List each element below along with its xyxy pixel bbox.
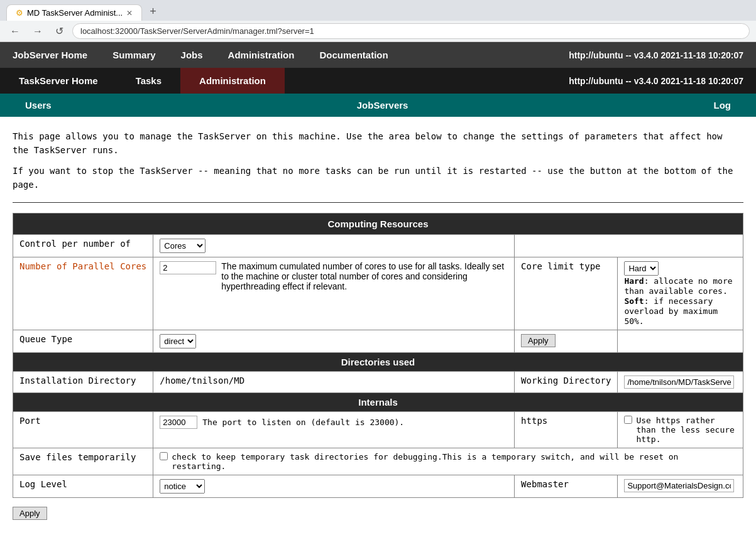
bottom-apply-button[interactable]: Apply bbox=[13, 507, 47, 520]
control-row: Control per number of Cores Memory bbox=[13, 234, 743, 257]
nav-jobs[interactable]: Jobs bbox=[168, 42, 216, 68]
internals-header: Internals bbox=[13, 392, 743, 411]
core-limit-soft-desc: Soft: if necessary overload by maximum 5… bbox=[624, 296, 718, 326]
core-limit-select[interactable]: Hard Soft bbox=[624, 261, 659, 276]
computing-resources-header-row: Computing Resources bbox=[13, 213, 743, 234]
tab-title: MD TaskServer Administ... bbox=[27, 8, 123, 18]
section-divider bbox=[13, 202, 743, 203]
save-files-checkbox[interactable] bbox=[160, 452, 168, 460]
webmaster-cell bbox=[618, 475, 743, 497]
webmaster-input[interactable] bbox=[624, 479, 734, 492]
port-row: Port The port to listen on (default is 2… bbox=[13, 411, 743, 448]
bottom-apply-section: Apply bbox=[13, 507, 743, 520]
nav-top-server-info: http://ubuntu -- v3.4.0 2021-11-18 10:20… bbox=[556, 43, 756, 68]
nav-jobserver-home[interactable]: JobServer Home bbox=[0, 42, 100, 68]
core-limit-hard-desc: Hard: allocate no more than available co… bbox=[624, 276, 732, 296]
nav-users[interactable]: Users bbox=[0, 94, 77, 117]
nav-administration[interactable]: Administration bbox=[216, 42, 307, 68]
page-description-2: If you want to stop the TaskServer -- me… bbox=[13, 164, 743, 192]
browser-tab[interactable]: ⚙ MD TaskServer Administ... ✕ bbox=[6, 4, 142, 21]
port-cell: The port to listen on (default is 23000)… bbox=[153, 411, 515, 448]
save-files-row: Save files temporarily check to keep tem… bbox=[13, 448, 743, 475]
forward-button[interactable]: → bbox=[29, 24, 47, 38]
control-select[interactable]: Cores Memory bbox=[160, 239, 205, 253]
directories-row: Installation Directory /home/tnilson/MD … bbox=[13, 371, 743, 392]
https-checkbox-row: Use https rather than the less secure ht… bbox=[624, 416, 737, 444]
https-cell: Use https rather than the less secure ht… bbox=[618, 411, 743, 448]
https-label: https bbox=[515, 411, 618, 448]
nav-administration-active[interactable]: Administration bbox=[180, 68, 285, 94]
queue-apply-button[interactable]: Apply bbox=[521, 334, 556, 347]
nav-second: TaskServer Home Tasks Administration htt… bbox=[0, 68, 756, 94]
nav-top-left: JobServer Home Summary Jobs Administrati… bbox=[0, 42, 401, 68]
tab-icon: ⚙ bbox=[16, 8, 23, 18]
nav-taskserver-home[interactable]: TaskServer Home bbox=[0, 68, 117, 94]
queue-empty bbox=[618, 330, 743, 352]
queue-type-select[interactable]: direct slurm pbs bbox=[160, 334, 196, 348]
nav-log[interactable]: Log bbox=[688, 94, 756, 117]
address-bar: ← → ↺ localhost:32000/TaskServer/ServerA… bbox=[0, 21, 756, 42]
parallel-cores-cell: The maximum cumulated number of cores to… bbox=[153, 257, 515, 330]
save-files-desc: check to keep temporary task directories… bbox=[172, 452, 737, 471]
log-level-cell: notice info debug warning error bbox=[153, 475, 515, 497]
control-select-cell: Cores Memory bbox=[153, 234, 515, 257]
parallel-cores-row: Number of Parallel Cores The maximum cum… bbox=[13, 257, 743, 330]
control-empty bbox=[515, 234, 743, 257]
parallel-cores-label: Number of Parallel Cores bbox=[13, 257, 153, 330]
port-label: Port bbox=[13, 411, 153, 448]
main-content: This page allows you to manage the TaskS… bbox=[0, 117, 756, 532]
directories-header: Directories used bbox=[13, 352, 743, 371]
install-dir-value: /home/tnilson/MD bbox=[153, 371, 515, 392]
parallel-cores-input[interactable] bbox=[160, 261, 216, 274]
webmaster-label: Webmaster bbox=[515, 475, 618, 497]
url-input[interactable]: localhost:32000/TaskServer/ServerAdmin/m… bbox=[72, 23, 750, 39]
nav-second-server-info: http://ubuntu -- v3.4.0 2021-11-18 10:20… bbox=[556, 68, 756, 94]
port-desc: The port to listen on (default is 23000)… bbox=[202, 418, 404, 427]
queue-type-select-cell: direct slurm pbs bbox=[153, 330, 515, 352]
computing-resources-header: Computing Resources bbox=[13, 213, 743, 234]
nav-documentation[interactable]: Documentation bbox=[307, 42, 400, 68]
settings-table: Computing Resources Control per number o… bbox=[13, 213, 743, 498]
working-dir-cell bbox=[618, 371, 743, 392]
nav-jobservers[interactable]: JobServers bbox=[332, 94, 434, 117]
back-button[interactable]: ← bbox=[6, 24, 24, 38]
working-dir-label: Working Directory bbox=[515, 371, 618, 392]
nav-summary[interactable]: Summary bbox=[100, 42, 168, 68]
directories-header-row: Directories used bbox=[13, 352, 743, 371]
core-limit-cell: Hard Soft Hard: allocate no more than av… bbox=[618, 257, 743, 330]
nav-third: Users JobServers Log bbox=[0, 94, 756, 117]
log-level-label: Log Level bbox=[13, 475, 153, 497]
nav-top: JobServer Home Summary Jobs Administrati… bbox=[0, 42, 756, 68]
parallel-cores-desc: The maximum cumulated number of cores to… bbox=[221, 261, 508, 291]
log-webmaster-row: Log Level notice info debug warning erro… bbox=[13, 475, 743, 497]
save-files-cell: check to keep temporary task directories… bbox=[153, 448, 743, 475]
queue-type-label: Queue Type bbox=[13, 330, 153, 352]
core-limit-type-label: Core limit type bbox=[515, 257, 618, 330]
port-input[interactable] bbox=[160, 416, 197, 429]
nav-tasks[interactable]: Tasks bbox=[117, 68, 180, 94]
page-description-1: This page allows you to manage the TaskS… bbox=[13, 129, 743, 158]
https-desc: Use https rather than the less secure ht… bbox=[636, 416, 737, 444]
save-files-checkbox-row: check to keep temporary task directories… bbox=[160, 452, 737, 471]
internals-header-row: Internals bbox=[13, 392, 743, 411]
reload-button[interactable]: ↺ bbox=[52, 24, 67, 38]
queue-type-row: Queue Type direct slurm pbs Apply bbox=[13, 330, 743, 352]
queue-apply-cell: Apply bbox=[515, 330, 618, 352]
tab-close-button[interactable]: ✕ bbox=[126, 9, 133, 18]
new-tab-button[interactable]: + bbox=[145, 3, 162, 21]
tab-bar: ⚙ MD TaskServer Administ... ✕ + bbox=[0, 0, 756, 21]
control-label: Control per number of bbox=[13, 234, 153, 257]
save-files-label: Save files temporarily bbox=[13, 448, 153, 475]
working-dir-input[interactable] bbox=[624, 375, 734, 389]
log-level-select[interactable]: notice info debug warning error bbox=[160, 479, 205, 494]
install-dir-label: Installation Directory bbox=[13, 371, 153, 392]
https-checkbox[interactable] bbox=[624, 416, 632, 424]
